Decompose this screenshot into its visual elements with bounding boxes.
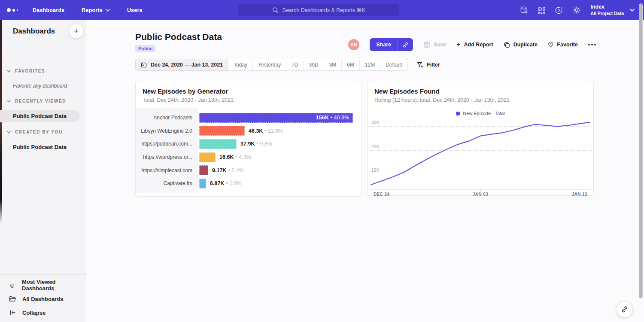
data-icon[interactable]	[520, 6, 528, 14]
bar-row[interactable]: Captivate.fm 6.87K1.8%	[136, 177, 361, 190]
page-title: Public Podcast Data	[135, 32, 222, 42]
duplicate-button[interactable]: Duplicate	[504, 42, 538, 48]
section-recently-viewed[interactable]: RECENTLY VIEWED	[7, 99, 66, 103]
duplicate-icon	[504, 42, 510, 48]
smiley-icon: ☺	[9, 282, 16, 289]
most-viewed-label: Most Viewed Dashboards	[22, 279, 86, 292]
bar[interactable]	[199, 152, 216, 162]
section-favorites-label: FAVORITES	[15, 69, 45, 73]
help-icon[interactable]: ?	[555, 6, 563, 15]
x-tick-label: JAN 03	[473, 192, 488, 197]
sidebar-item-public-podcast-data[interactable]: Public Podcast Data	[13, 144, 67, 150]
sidebar: Dashboards + FAVORITES Favorite any dash…	[0, 20, 86, 322]
bar-value-label: 156K40.3%	[316, 115, 349, 121]
bar-track: 37.9K9.8%	[199, 139, 357, 149]
section-favorites[interactable]: FAVORITES	[7, 69, 45, 73]
x-tick-label: DEC 24	[374, 192, 389, 197]
date-range-control: Dec 24, 2020 — Jan 13, 2021 Today Yester…	[135, 59, 407, 71]
settings-icon[interactable]	[573, 6, 581, 14]
date-controls: Dec 24, 2020 — Jan 13, 2021 Today Yester…	[135, 59, 440, 71]
card-new-episodes-by-generator[interactable]: New Episodes by Generator Total, Dec 24t…	[135, 81, 361, 197]
svg-text:?: ?	[558, 8, 560, 12]
bar[interactable]	[199, 165, 208, 175]
section-created-by-you[interactable]: CREATED BY YOU	[7, 130, 63, 134]
project-selector[interactable]: Index All Project Data	[590, 4, 635, 16]
x-axis-labels: DEC 24 JAN 03 JAN 13	[370, 190, 591, 198]
sidebar-footer: ☺ Most Viewed Dashboards All Dashboards …	[0, 274, 86, 322]
nav-dashboards[interactable]: Dashboards	[33, 7, 64, 13]
most-viewed-dashboards-item[interactable]: ☺ Most Viewed Dashboards	[0, 278, 86, 292]
nav-reports[interactable]: Reports	[82, 7, 110, 13]
search-input[interactable]: Search Dashboards & Reports ⌘K	[238, 4, 399, 16]
top-navbar: Dashboards Reports Users Search Dashboar…	[0, 0, 644, 20]
share-label[interactable]: Share	[370, 38, 398, 51]
sidebar-item-public-podcast-data-active[interactable]: Public Podcast Data	[0, 110, 80, 122]
bar[interactable]	[199, 126, 245, 136]
range-today-button[interactable]: Today	[228, 59, 253, 70]
bar-category-label: Captivate.fm	[136, 180, 198, 186]
section-recently-viewed-label: RECENTLY VIEWED	[15, 99, 66, 103]
mixpanel-logo[interactable]	[7, 8, 21, 12]
range-6m-button[interactable]: 6M	[342, 59, 360, 70]
sidebar-title: Dashboards	[13, 27, 55, 36]
bar-category-label: https://simplecast.com	[136, 167, 198, 173]
nav-users-label: Users	[127, 7, 143, 13]
bar[interactable]: 156K40.3%	[199, 113, 353, 123]
apps-grid-icon[interactable]	[538, 6, 545, 14]
bar-chart: Anchor Podcasts 156K40.3% Libsyn WebEngi…	[136, 108, 361, 198]
search-placeholder: Search Dashboards & Reports ⌘K	[283, 7, 366, 13]
funnel-icon	[417, 62, 423, 68]
nav-users[interactable]: Users	[127, 7, 143, 13]
bar-category-label: Libsyn WebEngine 2.0	[136, 128, 198, 134]
range-default-button[interactable]: Default	[380, 59, 407, 70]
calendar-icon	[141, 62, 147, 68]
bar-value-label: 9.17K2.4%	[212, 167, 244, 173]
range-7d-button[interactable]: 7D	[286, 59, 304, 70]
range-yesterday-button[interactable]: Yesterday	[253, 59, 286, 70]
copy-link-floating-button[interactable]	[617, 301, 632, 317]
bar-row[interactable]: https://simplecast.com 9.17K2.4%	[136, 164, 361, 177]
avatar[interactable]: RH	[348, 39, 359, 50]
more-options-button[interactable]	[588, 44, 596, 46]
save-button[interactable]: Save	[423, 41, 446, 48]
add-dashboard-button[interactable]: +	[69, 24, 83, 38]
bar-row[interactable]: https://podbean.com... 37.9K9.8%	[136, 137, 361, 151]
bar-row[interactable]: Anchor Podcasts 156K40.3%	[136, 111, 361, 125]
nav-reports-label: Reports	[82, 7, 103, 13]
chevron-down-icon	[106, 9, 110, 12]
card-new-episodes-found[interactable]: New Episodes Found Rolling (12 hours), t…	[367, 81, 594, 196]
date-range-button[interactable]: Dec 24, 2020 — Jan 13, 2021	[136, 59, 228, 70]
bar-track: 46.3K11.9%	[199, 126, 357, 136]
plus-icon: +	[456, 41, 460, 48]
bar[interactable]	[199, 179, 206, 188]
card-subtitle: Rolling (12 hours), total, Dec 24th, 202…	[374, 97, 586, 103]
range-30d-button[interactable]: 30D	[304, 59, 324, 70]
date-range-label: Dec 24, 2020 — Jan 13, 2021	[151, 62, 223, 68]
favorite-button[interactable]: ♡ Favorite	[548, 42, 578, 48]
all-dashboards-item[interactable]: All Dashboards	[0, 292, 86, 306]
bar-category-label: Anchor Podcasts	[136, 115, 198, 121]
sidebar-item-label: Public Podcast Data	[13, 113, 67, 119]
bar-category-label: https://wordpress.or...	[136, 154, 198, 160]
legend-swatch	[456, 112, 460, 115]
filter-button[interactable]: Filter	[417, 62, 440, 68]
collapse-icon	[9, 310, 16, 316]
filter-label: Filter	[427, 62, 440, 68]
search-icon	[272, 7, 279, 13]
chart-legend[interactable]: New Episode - Total	[368, 108, 593, 118]
bar-track: 9.17K2.4%	[199, 165, 357, 175]
bar-value-label: 16.6K4.3%	[219, 154, 251, 160]
bar-row[interactable]: https://wordpress.or... 16.6K4.3%	[136, 151, 361, 164]
range-3m-button[interactable]: 3M	[324, 59, 342, 70]
share-button[interactable]: Share	[370, 38, 413, 51]
collapse-label: Collapse	[22, 310, 46, 316]
bar-value-label: 46.3K11.9%	[249, 128, 283, 134]
vertical-scrollbar[interactable]	[639, 3, 643, 298]
add-report-button[interactable]: + Add Report	[456, 41, 493, 48]
bar-row[interactable]: Libsyn WebEngine 2.0 46.3K11.9%	[136, 125, 361, 138]
card-header: New Episodes by Generator Total, Dec 24t…	[136, 81, 361, 108]
range-12m-button[interactable]: 12M	[360, 59, 380, 70]
share-link-icon[interactable]	[398, 38, 413, 51]
bar[interactable]	[199, 139, 237, 149]
collapse-sidebar-item[interactable]: Collapse	[0, 306, 86, 319]
